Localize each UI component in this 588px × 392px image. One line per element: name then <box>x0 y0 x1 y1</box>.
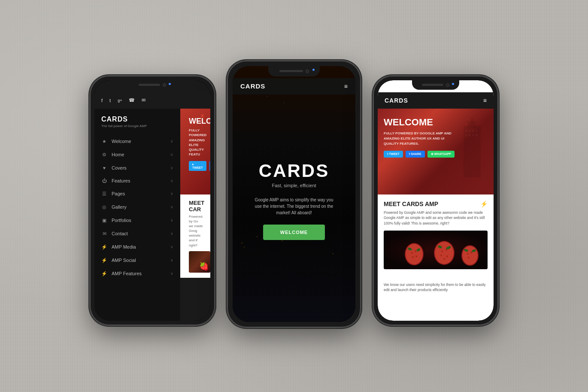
svg-rect-30 <box>465 134 467 136</box>
menu-label-amp-social: AMP Social <box>112 258 166 263</box>
notch-camera-3 <box>446 83 449 87</box>
phone1-card-text: Powered by Gowe made Googwebsite and it'… <box>189 214 203 248</box>
phone1-notch <box>129 80 176 90</box>
star-icon: ★ <box>101 139 107 144</box>
email-icon[interactable]: ✉ <box>142 97 145 103</box>
menu-item-welcome[interactable]: ★ Welcome ∨ <box>94 135 180 148</box>
svg-rect-12 <box>314 245 326 296</box>
menu-item-contact[interactable]: ✉ Contact ∨ <box>94 227 180 240</box>
svg-point-40 <box>415 250 416 252</box>
chevron-icon-home: ∨ <box>170 152 173 157</box>
menu-item-pages[interactable]: ☰ Pages ∨ <box>94 187 180 201</box>
menu-item-covers[interactable]: ♥ Covers ∨ <box>94 161 180 174</box>
welcome-button[interactable]: WELCOME <box>263 225 325 240</box>
phone1-card-title: MEET CAR <box>189 200 203 213</box>
svg-rect-15 <box>341 243 350 296</box>
phone3-card-header: MEET CARDS AMP ⚡ <box>384 201 488 207</box>
phone3-card-image <box>384 231 488 269</box>
menu-brand: CARDS The full power of Google AMP <box>94 115 180 135</box>
svg-rect-5 <box>268 258 281 296</box>
phone3-card-title: MEET CARDS AMP <box>384 201 438 207</box>
svg-rect-11 <box>306 232 315 296</box>
phone3-card-text: Powered by Google AMP and some awesomn c… <box>384 210 488 226</box>
phone1-card-image: 🍓 <box>189 251 210 273</box>
phone1-hero-buttons: ▸ TWEET ■ <box>189 161 203 171</box>
hamburger-icon[interactable]: ≡ <box>344 83 348 90</box>
phone2-main-subtitle: Fast, simple, efficient <box>272 183 316 188</box>
phone3-building-svg <box>459 117 485 177</box>
svg-rect-27 <box>469 130 470 132</box>
close-button[interactable]: × <box>200 112 204 120</box>
svg-rect-18 <box>243 247 245 248</box>
power-icon: ⏻ <box>101 178 107 183</box>
svg-point-39 <box>412 252 413 254</box>
svg-point-44 <box>435 242 454 264</box>
menu-item-portfolios[interactable]: ▣ Portfolios ∨ <box>94 214 180 227</box>
menu-item-amp-social[interactable]: ⚡ AMP Social ∨ <box>94 254 180 267</box>
strawberry-image-svg <box>384 231 488 269</box>
phone3-lightning-icon: ⚡ <box>480 201 488 207</box>
facebook-icon[interactable]: f <box>101 98 103 103</box>
phone1-hero-subtitle: FULLY POWEREDAMAZING ELITEQUALITY FEATU <box>189 128 203 157</box>
svg-rect-23 <box>464 126 481 177</box>
chevron-icon-amp-features: ∨ <box>170 271 173 276</box>
phone2-hero: CARDS Fast, simple, efficient Google AMP… <box>233 66 355 322</box>
svg-point-57 <box>471 252 472 253</box>
phone3-screen: CARDS ≡ <box>378 80 494 321</box>
svg-point-48 <box>446 249 447 251</box>
menu-item-amp-features[interactable]: ⚡ AMP Features ∨ <box>94 267 180 280</box>
svg-rect-28 <box>472 130 474 132</box>
svg-rect-0 <box>233 253 241 296</box>
svg-point-41 <box>412 256 414 258</box>
page-icon: ☰ <box>101 191 107 197</box>
menu-label-features: Features <box>112 178 166 183</box>
notch-speaker-2 <box>279 70 303 72</box>
svg-rect-16 <box>349 255 355 296</box>
twitter-icon[interactable]: t <box>109 98 111 103</box>
mail-icon: ✉ <box>101 231 107 237</box>
svg-point-58 <box>468 257 470 258</box>
svg-rect-6 <box>280 236 288 296</box>
phone-icon[interactable]: ☎ <box>129 97 135 103</box>
menu-item-home[interactable]: ⚙ Home ∨ <box>94 148 180 161</box>
chevron-icon-contact: ∨ <box>170 231 173 236</box>
menu-label-contact: Contact <box>112 231 166 236</box>
menu-item-amp-media[interactable]: ⚡ AMP Media ∨ <box>94 240 180 254</box>
svg-point-36 <box>406 244 423 264</box>
chevron-icon-amp-social: ∨ <box>170 258 173 262</box>
svg-point-53 <box>462 246 478 265</box>
phone3-notch <box>412 80 459 90</box>
menu-item-features[interactable]: ⏻ Features ∨ <box>94 174 180 187</box>
notch-camera <box>163 83 166 87</box>
tweet-button[interactable]: ▸ TWEET <box>189 161 206 171</box>
lightning-icon-social: ⚡ <box>101 258 107 263</box>
phone1-header: f t g+ ☎ ✉ <box>94 92 210 109</box>
menu-label-amp-media: AMP Media <box>112 244 166 249</box>
phone1-menu: CARDS The full power of Google AMP ★ Wel… <box>94 109 180 321</box>
google-plus-icon[interactable]: g+ <box>118 98 122 103</box>
phone2-screen: CARDS ≡ <box>233 66 355 322</box>
svg-rect-1 <box>240 240 247 296</box>
facebook-share-button[interactable]: f SHARE <box>406 151 425 158</box>
whatsapp-share-button[interactable]: ⊕ WHATSAPP <box>427 151 455 158</box>
phone3-hamburger-icon[interactable]: ≡ <box>483 97 487 104</box>
menu-item-gallery[interactable]: ◎ Gallery ∨ <box>94 201 180 214</box>
svg-point-51 <box>444 258 445 260</box>
phone2-description: Google AMP aims to simplify the way youu… <box>242 197 346 216</box>
svg-rect-31 <box>469 134 470 136</box>
tweet-share-button[interactable]: t TWEET <box>384 151 403 158</box>
share-button[interactable]: ■ <box>209 161 211 171</box>
phone-2: CARDS ≡ <box>227 61 361 327</box>
menu-brand-title: CARDS <box>101 115 173 123</box>
chevron-icon-portfolios: ∨ <box>170 218 173 222</box>
chevron-icon-gallery: ∨ <box>170 205 173 209</box>
svg-rect-2 <box>246 249 257 296</box>
phone-3: CARDS ≡ <box>373 76 498 325</box>
notch-speaker <box>139 84 160 86</box>
notch-dot-3 <box>452 83 454 85</box>
phone3-bottom-text: We know our users need simplicity for th… <box>378 278 494 298</box>
svg-rect-20 <box>282 240 283 241</box>
phone2-main-title: CARDS <box>259 161 329 181</box>
chevron-icon-pages: ∨ <box>170 191 173 196</box>
svg-rect-25 <box>471 118 473 123</box>
